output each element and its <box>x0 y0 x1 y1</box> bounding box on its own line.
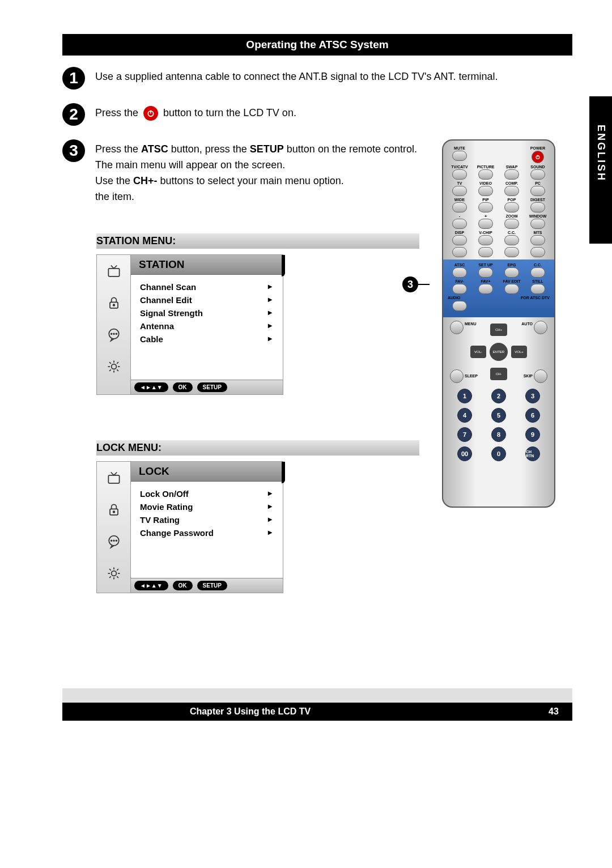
page-header: Operating the ATSC System <box>62 34 572 56</box>
remote-button[interactable] <box>452 301 467 311</box>
speech-icon <box>104 325 124 344</box>
enter-button[interactable]: ENTER <box>490 343 508 361</box>
remote-button[interactable] <box>530 202 545 212</box>
num-button[interactable]: 8 <box>491 427 506 442</box>
t: Press the <box>95 143 141 155</box>
l: WIDE <box>454 198 465 202</box>
remote-button[interactable] <box>478 247 493 257</box>
ch-plus-button[interactable]: CH+ <box>490 324 507 336</box>
svg-rect-2 <box>108 268 119 276</box>
step-2-text-b: button to turn the LCD TV on. <box>163 107 296 118</box>
remote-button[interactable] <box>504 219 519 229</box>
remote-button[interactable] <box>478 219 493 229</box>
remote-button[interactable] <box>452 284 467 294</box>
auto-button[interactable] <box>534 321 547 334</box>
chevron-right-icon: ► <box>266 321 274 331</box>
remote-button[interactable] <box>530 247 545 257</box>
power-button[interactable] <box>532 151 544 163</box>
remote-button[interactable] <box>478 202 493 212</box>
mute-button[interactable] <box>452 151 467 161</box>
svg-point-6 <box>110 333 112 334</box>
num-button[interactable]: 5 <box>491 408 506 423</box>
l: FAV- <box>455 279 464 283</box>
footer-bar: Chapter 3 Using the LCD TV 43 <box>62 703 572 721</box>
num-button[interactable]: 4 <box>457 408 472 423</box>
menu-button[interactable] <box>450 321 464 334</box>
remote-button[interactable] <box>530 284 545 294</box>
remote-button[interactable] <box>504 284 519 294</box>
atsc-button[interactable] <box>452 267 467 278</box>
remote-button[interactable] <box>478 186 493 196</box>
l: SOUND <box>530 165 545 169</box>
setup-button[interactable] <box>478 267 493 278</box>
num-button[interactable]: 6 <box>525 408 540 423</box>
remote-button[interactable] <box>504 186 519 196</box>
l: C.C. <box>508 231 516 235</box>
remote-button[interactable] <box>530 235 545 245</box>
remote-button[interactable] <box>452 186 467 196</box>
t: the item. <box>95 191 134 202</box>
l: MTS <box>534 231 542 235</box>
l: TV <box>457 181 462 185</box>
l: DISP <box>455 231 464 235</box>
sleep-button[interactable] <box>450 369 464 383</box>
remote-button[interactable] <box>504 235 519 245</box>
remote-button[interactable] <box>478 235 493 245</box>
remote-button[interactable] <box>504 247 519 257</box>
ch-minus-button[interactable]: CH- <box>490 368 507 380</box>
svg-point-14 <box>110 540 112 541</box>
remote-button[interactable] <box>530 267 545 278</box>
chevron-right-icon: ► <box>266 515 274 525</box>
power-label: POWER <box>530 146 545 150</box>
num-button[interactable]: 7 <box>457 427 472 442</box>
svg-point-15 <box>113 540 114 541</box>
menu-item: Channel Edit► <box>140 293 274 307</box>
chevron-right-icon: ► <box>266 308 274 318</box>
remote-button[interactable] <box>452 247 467 257</box>
num-button[interactable]: 9 <box>525 427 540 442</box>
t: TV Rating <box>140 515 180 525</box>
t: Channel Edit <box>140 295 192 305</box>
step-3-text: Press the ATSC button, press the SETUP b… <box>95 139 419 205</box>
num-button[interactable]: 2 <box>491 389 506 403</box>
remote-button[interactable] <box>530 169 545 180</box>
t: button, press the <box>168 143 250 155</box>
remote-button[interactable] <box>452 219 467 229</box>
remote-button[interactable] <box>478 169 493 180</box>
step-3: 3 Press the ATSC button, press the SETUP… <box>62 139 419 205</box>
audio-label: AUDIO <box>448 296 461 300</box>
language-tab: ENGLISH <box>589 96 612 244</box>
remote-button[interactable] <box>478 284 493 294</box>
num-button[interactable]: 3 <box>525 389 540 403</box>
station-menu-title: STATION <box>131 255 283 275</box>
remote-button[interactable] <box>452 169 467 180</box>
chrtn-button[interactable]: CH RTN <box>525 446 540 461</box>
lock-menu-label: LOCK MENU: <box>96 440 419 456</box>
remote-button[interactable] <box>504 267 519 278</box>
remote-button[interactable] <box>452 235 467 245</box>
callout-3: 3 <box>402 276 430 292</box>
t: ATSC <box>141 143 168 155</box>
step-1-number: 1 <box>62 67 85 90</box>
remote-button[interactable] <box>530 186 545 196</box>
menu-sidebar-icons <box>97 255 131 394</box>
remote-button[interactable] <box>504 169 519 180</box>
chevron-right-icon: ► <box>266 334 274 344</box>
tv-icon <box>104 262 124 281</box>
numpad: 1 2 3 4 5 6 7 8 9 00 0 CH RTN <box>448 389 550 461</box>
l: V-CHIP <box>479 231 492 235</box>
t: Channel Scan <box>140 282 196 292</box>
chevron-right-icon: ► <box>266 502 274 512</box>
remote-button[interactable] <box>452 202 467 212</box>
remote-button[interactable] <box>530 219 545 229</box>
ok-pill: OK <box>173 581 193 590</box>
remote-button[interactable] <box>504 202 519 212</box>
speech-icon <box>104 532 124 551</box>
vol-minus-button[interactable]: VOL- <box>470 346 486 358</box>
num-button[interactable]: 1 <box>457 389 472 403</box>
skip-button[interactable] <box>534 369 547 383</box>
vol-plus-button[interactable]: VOL+ <box>511 346 527 358</box>
t: Movie Rating <box>140 502 193 512</box>
num-button[interactable]: 00 <box>457 446 472 461</box>
num-button[interactable]: 0 <box>491 446 506 461</box>
